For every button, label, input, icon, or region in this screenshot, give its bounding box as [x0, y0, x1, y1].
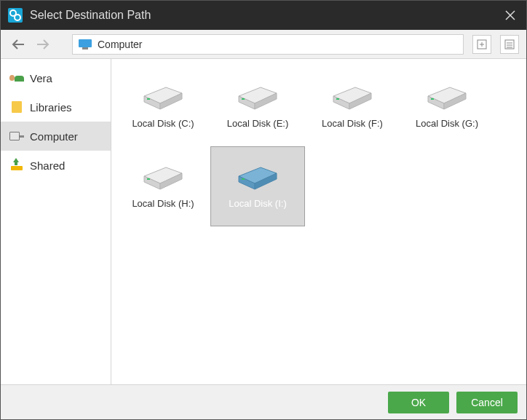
- close-icon: [505, 10, 515, 20]
- drive-item-c[interactable]: Local Disk (C:): [116, 66, 210, 146]
- svg-rect-14: [147, 98, 150, 100]
- footer: OK Cancel: [1, 384, 526, 419]
- drive-label: Local Disk (C:): [132, 118, 194, 129]
- svg-rect-30: [147, 178, 150, 180]
- drive-item-i[interactable]: Local Disk (I:): [210, 146, 305, 226]
- new-folder-button[interactable]: [472, 35, 491, 54]
- address-bar[interactable]: Computer: [72, 34, 464, 55]
- computer-icon: [9, 129, 24, 143]
- nav-forward-button[interactable]: [33, 34, 53, 55]
- computer-icon: [79, 39, 92, 49]
- app-icon: [8, 8, 23, 23]
- plus-icon: [477, 39, 487, 49]
- disk-icon: [140, 154, 186, 191]
- titlebar: Select Destination Path: [1, 1, 526, 30]
- drive-grid: Local Disk (C:) Local Disk (E:) Local Di…: [116, 66, 522, 226]
- sidebar-item-shared[interactable]: Shared: [1, 151, 111, 180]
- sidebar-item-libraries[interactable]: Libraries: [1, 92, 111, 122]
- arrow-left-icon: [11, 38, 25, 51]
- drive-label: Local Disk (G:): [416, 118, 478, 129]
- disk-icon: [140, 74, 186, 111]
- main-area: Vera Libraries Computer Shared: [1, 59, 526, 384]
- drive-label: Local Disk (H:): [132, 198, 194, 209]
- sidebar-item-computer[interactable]: Computer: [1, 122, 111, 151]
- ok-button[interactable]: OK: [388, 392, 449, 413]
- arrow-right-icon: [36, 38, 50, 51]
- sidebar: Vera Libraries Computer Shared: [1, 59, 111, 384]
- disk-icon: [424, 74, 470, 111]
- drive-label: Local Disk (E:): [227, 118, 289, 129]
- sidebar-item-label: Shared: [30, 159, 65, 172]
- sidebar-item-label: Computer: [30, 130, 78, 143]
- user-icon: [9, 71, 24, 85]
- libraries-icon: [9, 100, 24, 114]
- svg-rect-34: [242, 178, 245, 180]
- drive-item-h[interactable]: Local Disk (H:): [116, 146, 210, 226]
- list-icon: [504, 39, 515, 49]
- disk-icon: [329, 74, 376, 111]
- navbar: Computer: [1, 30, 526, 59]
- drive-label: Local Disk (I:): [229, 198, 286, 209]
- cancel-button[interactable]: Cancel: [456, 392, 518, 413]
- drive-label: Local Disk (F:): [322, 118, 383, 129]
- drive-item-f[interactable]: Local Disk (F:): [305, 66, 400, 146]
- nav-back-button[interactable]: [8, 34, 28, 55]
- sidebar-item-label: Vera: [30, 72, 52, 84]
- svg-rect-26: [431, 98, 434, 100]
- window-title: Select Destination Path: [30, 9, 502, 22]
- disk-icon: [234, 154, 281, 191]
- svg-rect-18: [242, 98, 245, 100]
- view-list-button[interactable]: [500, 35, 519, 54]
- disk-icon: [234, 74, 281, 111]
- sidebar-item-label: Libraries: [30, 101, 72, 114]
- content-pane: Local Disk (C:) Local Disk (E:) Local Di…: [111, 59, 526, 384]
- close-button[interactable]: [502, 7, 519, 24]
- svg-rect-22: [336, 98, 339, 100]
- sidebar-item-vera[interactable]: Vera: [1, 63, 111, 92]
- address-text: Computer: [98, 39, 142, 50]
- drive-item-g[interactable]: Local Disk (G:): [400, 66, 494, 146]
- drive-item-e[interactable]: Local Disk (E:): [210, 66, 305, 146]
- shared-icon: [9, 158, 24, 173]
